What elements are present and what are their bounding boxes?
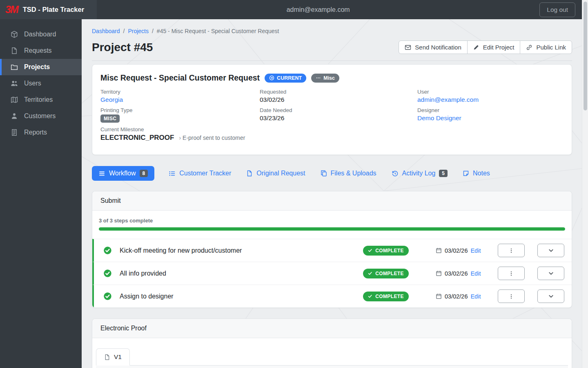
sidebar-item-requests[interactable]: Requests [0,43,82,59]
workflow-step-row: Assign to designer COMPLETE 03/02/26 Edi… [92,285,572,307]
person-icon [11,112,18,120]
printing-type-label: Printing Type [100,107,260,113]
progress-area: 3 of 3 steps complete [92,211,572,239]
status-badge: CURRENT [265,74,306,83]
tab-notes-label: Notes [473,170,490,177]
step-date-group: 03/02/26 Edit [436,293,486,300]
page-content: Dashboard / Projects / #45 - Misc Reques… [82,28,582,368]
designer-field: Designer Demo Designer [417,107,564,122]
tab-activity-log[interactable]: Activity Log 5 [391,166,449,181]
main-content: Dashboard / Projects / #45 - Misc Reques… [82,19,582,368]
step-options-button[interactable] [498,244,525,257]
sidebar-item-label: Customers [24,112,56,120]
electronic-proof-title: Electronic Proof [92,319,572,338]
project-title-row: Misc Request - Special Customer Request … [100,73,564,83]
step-edit-link[interactable]: Edit [470,270,481,277]
step-edit-link[interactable]: Edit [470,293,481,300]
requested-value: 03/02/26 [260,96,417,103]
tab-version-v1[interactable]: V1 [96,348,130,366]
tab-workflow[interactable]: Workflow 8 [92,166,154,181]
file-icon [246,170,253,177]
project-fields: Territory Georgia Printing Type MISC Cur… [100,89,564,146]
breadcrumb-projects-link[interactable]: Projects [128,28,149,34]
date-needed-value: 03/23/26 [260,114,417,122]
topbar-center: admin@example.com [97,6,539,13]
step-name: All info provided [120,270,363,277]
sidebar-item-dashboard[interactable]: Dashboard [0,26,82,43]
page-title: Project #45 [92,41,153,54]
submit-section-title: Submit [92,191,572,211]
tab-files-uploads[interactable]: Files & Uploads [320,166,377,181]
electronic-proof-card: Electronic Proof V1 [92,319,572,368]
edit-project-button[interactable]: Edit Project [467,40,521,54]
workflow-step-row: All info provided COMPLETE 03/02/26 Edit [92,262,572,285]
send-notification-button[interactable]: Send Notification [399,40,467,54]
scrollbar-thumb[interactable] [584,2,587,110]
requested-field: Requested 03/02/26 [260,89,417,103]
user-email: admin@example.com [287,6,350,13]
sidebar-item-projects[interactable]: Projects [0,59,82,75]
step-date-group: 03/02/26 Edit [436,270,486,277]
step-name: Kick-off meeting for new product/custome… [120,247,363,254]
progress-text: 3 of 3 steps complete [99,218,565,224]
step-expand-button[interactable] [537,289,564,303]
chevron-down-icon [548,247,554,254]
link-icon [526,44,532,51]
territory-link[interactable]: Georgia [100,96,123,103]
tab-original-request[interactable]: Original Request [245,166,306,181]
arrow-circle-icon [269,75,274,81]
brand: 3M TSD - Plate Tracker [0,0,97,19]
milestone-label: Current Milestone [100,126,260,132]
sidebar-item-reports[interactable]: Reports [0,124,82,141]
tab-activity-log-label: Activity Log [402,170,436,177]
designer-link[interactable]: Demo Designer [417,114,461,121]
step-expand-button[interactable] [537,267,564,280]
scrollbar-track[interactable] [582,0,588,368]
kebab-icon [508,248,514,254]
copy-icon [321,170,327,177]
check-circle-icon [103,292,112,301]
chevron-down-icon [548,270,554,276]
sidebar-item-label: Requests [24,47,52,54]
chevron-down-icon [548,293,554,299]
tab-workflow-label: Workflow [109,170,136,177]
sidebar-item-customers[interactable]: Customers [0,108,82,124]
step-edit-link[interactable]: Edit [470,247,481,254]
step-expand-button[interactable] [537,244,564,257]
breadcrumb-current: #45 - Misc Request - Special Customer Re… [157,28,279,34]
progress-bar [99,227,565,231]
version-tab-bar: V1 [96,348,568,366]
project-name: Misc Request - Special Customer Request [100,73,260,83]
file-icon [11,47,18,54]
step-options-button[interactable] [498,289,525,303]
sidebar-item-label: Users [24,80,41,87]
tab-activity-log-count: 5 [439,170,448,177]
check-circle-icon [103,269,112,278]
logout-button[interactable]: Log out [539,2,575,17]
calendar-icon [436,247,442,254]
step-date: 03/02/26 [445,293,468,300]
submit-section-card: Submit 3 of 3 steps complete Kick-off me… [92,191,572,308]
map-icon [11,96,18,103]
step-options-button[interactable] [498,267,525,280]
edit-project-label: Edit Project [483,44,514,51]
type-badge: Misc [311,74,339,83]
send-notification-label: Send Notification [415,44,461,51]
users-icon [11,80,18,87]
tab-customer-tracker[interactable]: Customer Tracker [168,166,232,181]
step-date: 03/02/26 [445,247,468,254]
breadcrumb-separator: / [123,28,125,34]
sidebar-item-users[interactable]: Users [0,75,82,92]
project-summary-card: Misc Request - Special Customer Request … [92,64,572,155]
sidebar-item-label: Projects [24,63,50,71]
designer-label: Designer [417,107,564,113]
date-needed-field: Date Needed 03/23/26 [260,107,417,122]
user-link[interactable]: admin@example.com [417,96,479,103]
public-link-button[interactable]: Public Link [520,40,572,54]
dashboard-icon [11,31,18,38]
milestone-value: ELECTRONIC_PROOF [100,134,174,142]
breadcrumb-dashboard-link[interactable]: Dashboard [92,28,120,34]
sidebar-item-territories[interactable]: Territories [0,92,82,108]
tab-notes[interactable]: Notes [462,166,491,181]
sidebar-item-label: Reports [24,129,47,136]
